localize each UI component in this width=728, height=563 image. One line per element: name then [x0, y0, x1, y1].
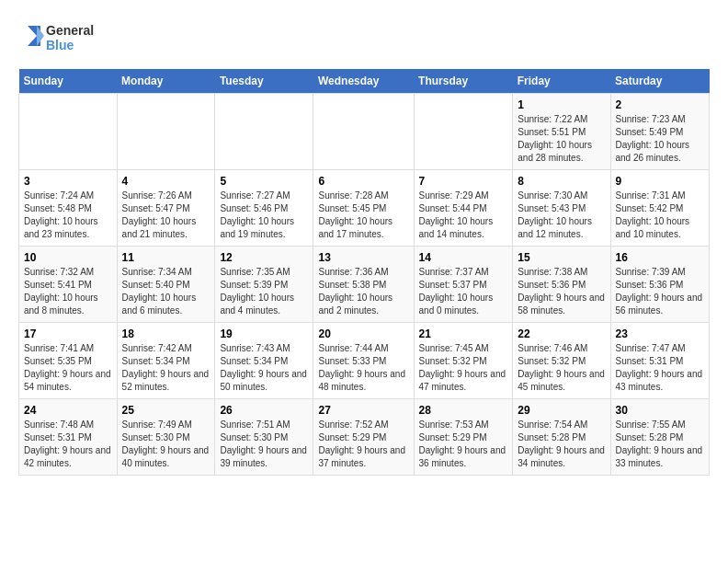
calendar-cell: 2Sunrise: 7:23 AM Sunset: 5:49 PM Daylig… — [610, 94, 710, 170]
day-number: 29 — [518, 404, 605, 417]
calendar-cell: 17Sunrise: 7:41 AM Sunset: 5:35 PM Dayli… — [19, 323, 118, 399]
day-info: Sunrise: 7:27 AM Sunset: 5:46 PM Dayligh… — [220, 190, 308, 241]
calendar-cell: 15Sunrise: 7:38 AM Sunset: 5:36 PM Dayli… — [513, 247, 610, 323]
calendar-cell: 30Sunrise: 7:55 AM Sunset: 5:28 PM Dayli… — [610, 399, 710, 476]
day-info: Sunrise: 7:45 AM Sunset: 5:32 PM Dayligh… — [419, 342, 508, 394]
day-number: 14 — [419, 251, 508, 264]
day-number: 23 — [616, 327, 705, 340]
day-info: Sunrise: 7:23 AM Sunset: 5:49 PM Dayligh… — [616, 113, 705, 165]
day-header-sunday: Sunday — [19, 69, 118, 94]
day-header-wednesday: Wednesday — [313, 69, 414, 94]
day-number: 11 — [122, 251, 210, 264]
day-number: 4 — [122, 175, 210, 188]
day-number: 8 — [518, 175, 605, 188]
day-info: Sunrise: 7:26 AM Sunset: 5:47 PM Dayligh… — [122, 190, 210, 241]
day-number: 3 — [24, 175, 112, 188]
day-number: 10 — [24, 251, 112, 264]
day-header-thursday: Thursday — [414, 69, 513, 94]
svg-text:General: General — [46, 23, 94, 38]
calendar-cell: 12Sunrise: 7:35 AM Sunset: 5:39 PM Dayli… — [215, 247, 313, 323]
day-info: Sunrise: 7:39 AM Sunset: 5:36 PM Dayligh… — [616, 266, 705, 317]
day-number: 28 — [419, 404, 508, 417]
day-number: 7 — [419, 175, 508, 188]
calendar-week-row: 24Sunrise: 7:48 AM Sunset: 5:31 PM Dayli… — [19, 399, 710, 476]
day-number: 20 — [318, 327, 408, 340]
day-info: Sunrise: 7:52 AM Sunset: 5:29 PM Dayligh… — [318, 419, 408, 470]
day-number: 22 — [518, 327, 605, 340]
calendar-cell: 8Sunrise: 7:30 AM Sunset: 5:43 PM Daylig… — [513, 170, 610, 247]
day-info: Sunrise: 7:22 AM Sunset: 5:51 PM Dayligh… — [518, 113, 605, 165]
day-number: 9 — [616, 175, 705, 188]
day-header-tuesday: Tuesday — [215, 69, 313, 94]
logo-svg: GeneralBlue — [18, 18, 101, 55]
calendar-cell: 6Sunrise: 7:28 AM Sunset: 5:45 PM Daylig… — [313, 170, 414, 247]
calendar-cell: 24Sunrise: 7:48 AM Sunset: 5:31 PM Dayli… — [19, 399, 118, 476]
day-number: 26 — [220, 404, 308, 417]
calendar-cell: 29Sunrise: 7:54 AM Sunset: 5:28 PM Dayli… — [513, 399, 610, 476]
page-header: GeneralBlue — [18, 18, 710, 55]
day-number: 16 — [616, 251, 705, 264]
day-number: 6 — [318, 175, 408, 188]
calendar-cell: 5Sunrise: 7:27 AM Sunset: 5:46 PM Daylig… — [215, 170, 313, 247]
calendar-header-row: SundayMondayTuesdayWednesdayThursdayFrid… — [19, 69, 710, 94]
day-info: Sunrise: 7:31 AM Sunset: 5:42 PM Dayligh… — [616, 190, 705, 241]
day-header-friday: Friday — [513, 69, 610, 94]
calendar-cell: 18Sunrise: 7:42 AM Sunset: 5:34 PM Dayli… — [117, 323, 215, 399]
day-info: Sunrise: 7:55 AM Sunset: 5:28 PM Dayligh… — [616, 419, 705, 470]
calendar-cell: 1Sunrise: 7:22 AM Sunset: 5:51 PM Daylig… — [513, 94, 610, 170]
calendar-week-row: 10Sunrise: 7:32 AM Sunset: 5:41 PM Dayli… — [19, 247, 710, 323]
calendar-cell: 25Sunrise: 7:49 AM Sunset: 5:30 PM Dayli… — [117, 399, 215, 476]
calendar-cell: 21Sunrise: 7:45 AM Sunset: 5:32 PM Dayli… — [414, 323, 513, 399]
day-info: Sunrise: 7:37 AM Sunset: 5:37 PM Dayligh… — [419, 266, 508, 317]
day-info: Sunrise: 7:44 AM Sunset: 5:33 PM Dayligh… — [318, 342, 408, 394]
day-info: Sunrise: 7:47 AM Sunset: 5:31 PM Dayligh… — [616, 342, 705, 394]
calendar-cell: 9Sunrise: 7:31 AM Sunset: 5:42 PM Daylig… — [610, 170, 710, 247]
calendar-cell: 13Sunrise: 7:36 AM Sunset: 5:38 PM Dayli… — [313, 247, 414, 323]
day-number: 2 — [616, 98, 705, 111]
calendar-cell: 20Sunrise: 7:44 AM Sunset: 5:33 PM Dayli… — [313, 323, 414, 399]
calendar-cell: 14Sunrise: 7:37 AM Sunset: 5:37 PM Dayli… — [414, 247, 513, 323]
day-number: 25 — [122, 404, 210, 417]
calendar-week-row: 1Sunrise: 7:22 AM Sunset: 5:51 PM Daylig… — [19, 94, 710, 170]
calendar-cell — [414, 94, 513, 170]
calendar-cell: 10Sunrise: 7:32 AM Sunset: 5:41 PM Dayli… — [19, 247, 118, 323]
day-info: Sunrise: 7:38 AM Sunset: 5:36 PM Dayligh… — [518, 266, 605, 317]
calendar-cell: 27Sunrise: 7:52 AM Sunset: 5:29 PM Dayli… — [313, 399, 414, 476]
calendar-cell: 23Sunrise: 7:47 AM Sunset: 5:31 PM Dayli… — [610, 323, 710, 399]
calendar-cell: 3Sunrise: 7:24 AM Sunset: 5:48 PM Daylig… — [19, 170, 118, 247]
day-number: 17 — [24, 327, 112, 340]
logo: GeneralBlue — [18, 18, 101, 55]
day-info: Sunrise: 7:32 AM Sunset: 5:41 PM Dayligh… — [24, 266, 112, 317]
calendar-cell: 16Sunrise: 7:39 AM Sunset: 5:36 PM Dayli… — [610, 247, 710, 323]
day-number: 1 — [518, 98, 605, 111]
day-info: Sunrise: 7:46 AM Sunset: 5:32 PM Dayligh… — [518, 342, 605, 394]
day-info: Sunrise: 7:30 AM Sunset: 5:43 PM Dayligh… — [518, 190, 605, 241]
day-header-monday: Monday — [117, 69, 215, 94]
calendar-cell: 7Sunrise: 7:29 AM Sunset: 5:44 PM Daylig… — [414, 170, 513, 247]
day-info: Sunrise: 7:48 AM Sunset: 5:31 PM Dayligh… — [24, 419, 112, 470]
day-info: Sunrise: 7:54 AM Sunset: 5:28 PM Dayligh… — [518, 419, 605, 470]
day-info: Sunrise: 7:34 AM Sunset: 5:40 PM Dayligh… — [122, 266, 210, 317]
day-info: Sunrise: 7:36 AM Sunset: 5:38 PM Dayligh… — [318, 266, 408, 317]
day-info: Sunrise: 7:28 AM Sunset: 5:45 PM Dayligh… — [318, 190, 408, 241]
day-info: Sunrise: 7:51 AM Sunset: 5:30 PM Dayligh… — [220, 419, 308, 470]
day-header-saturday: Saturday — [610, 69, 710, 94]
day-info: Sunrise: 7:49 AM Sunset: 5:30 PM Dayligh… — [122, 419, 210, 470]
day-number: 5 — [220, 175, 308, 188]
calendar-cell: 22Sunrise: 7:46 AM Sunset: 5:32 PM Dayli… — [513, 323, 610, 399]
day-number: 19 — [220, 327, 308, 340]
calendar-cell: 4Sunrise: 7:26 AM Sunset: 5:47 PM Daylig… — [117, 170, 215, 247]
calendar-week-row: 3Sunrise: 7:24 AM Sunset: 5:48 PM Daylig… — [19, 170, 710, 247]
day-number: 24 — [24, 404, 112, 417]
calendar-cell: 11Sunrise: 7:34 AM Sunset: 5:40 PM Dayli… — [117, 247, 215, 323]
day-info: Sunrise: 7:35 AM Sunset: 5:39 PM Dayligh… — [220, 266, 308, 317]
calendar-week-row: 17Sunrise: 7:41 AM Sunset: 5:35 PM Dayli… — [19, 323, 710, 399]
day-info: Sunrise: 7:43 AM Sunset: 5:34 PM Dayligh… — [220, 342, 308, 394]
calendar-cell — [19, 94, 118, 170]
day-info: Sunrise: 7:41 AM Sunset: 5:35 PM Dayligh… — [24, 342, 112, 394]
calendar-cell: 26Sunrise: 7:51 AM Sunset: 5:30 PM Dayli… — [215, 399, 313, 476]
day-number: 12 — [220, 251, 308, 264]
day-number: 27 — [318, 404, 408, 417]
day-number: 18 — [122, 327, 210, 340]
day-number: 13 — [318, 251, 408, 264]
